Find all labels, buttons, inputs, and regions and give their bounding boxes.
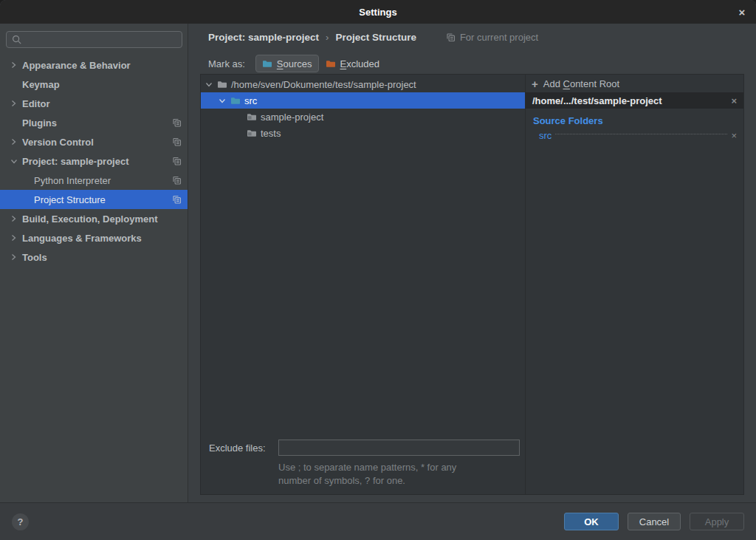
mark-as-toolbar: Mark as: Sources Excluded xyxy=(208,55,382,72)
scope-label: For current project xyxy=(460,32,538,43)
sidebar-item-label: Project Structure xyxy=(34,194,106,205)
mark-as-label: Mark as: xyxy=(208,58,245,69)
mark-excluded-button[interactable]: Excluded xyxy=(323,58,382,69)
chevron-right-icon xyxy=(10,215,22,222)
sidebar-item-label: Keymap xyxy=(22,79,60,90)
sidebar-item-label: Tools xyxy=(22,252,47,263)
sidebar-item-tools[interactable]: Tools xyxy=(0,247,188,267)
breadcrumb: Project: sample-project › Project Struct… xyxy=(208,27,538,47)
dotted-leader xyxy=(555,134,727,134)
sidebar-item-project-structure[interactable]: Project Structure xyxy=(0,190,188,209)
content-roots-panel: /home/sven/Dokumente/test/sample-project… xyxy=(200,74,744,495)
project-settings-icon xyxy=(446,33,456,42)
search-input[interactable] xyxy=(22,34,182,45)
settings-search[interactable] xyxy=(6,31,182,48)
sidebar-item-label: Build, Execution, Deployment xyxy=(22,213,157,225)
content-root-path: /home/.../test/sample-project xyxy=(532,95,662,106)
sidebar-item-project-sample-project[interactable]: Project: sample-project xyxy=(0,151,188,171)
settings-sidebar: Appearance & Behavior Keymap Editor Plug… xyxy=(0,24,188,502)
excluded-folder-icon xyxy=(326,59,336,68)
chevron-right-icon xyxy=(10,100,22,107)
exclude-files-input[interactable] xyxy=(278,440,520,456)
titlebar: Settings × xyxy=(0,0,756,24)
source-folder-icon xyxy=(262,59,272,68)
folder-icon xyxy=(217,80,227,89)
settings-content: Project: sample-project › Project Struct… xyxy=(188,24,756,502)
chevron-right-icon xyxy=(10,138,22,146)
help-button[interactable]: ? xyxy=(12,513,29,530)
tree-row-src[interactable]: src xyxy=(201,92,525,109)
plus-icon: + xyxy=(532,78,538,89)
dialog-body: Appearance & Behavior Keymap Editor Plug… xyxy=(0,24,756,502)
exclude-files-label: Exclude files: xyxy=(209,442,266,454)
chevron-right-icon xyxy=(10,61,22,69)
sidebar-item-languages-frameworks[interactable]: Languages & Frameworks xyxy=(0,228,188,247)
tree-row-sample-project[interactable]: sample-project xyxy=(201,109,525,125)
source-folder-item[interactable]: src × xyxy=(526,129,743,143)
sidebar-item-build-execution-deployment[interactable]: Build, Execution, Deployment xyxy=(0,209,188,228)
source-folders-heading: Source Folders xyxy=(533,115,743,126)
tree-node-label: tests xyxy=(261,128,281,139)
sidebar-item-label: Languages & Frameworks xyxy=(22,233,142,244)
sidebar-item-label: Version Control xyxy=(22,137,94,148)
window-title: Settings xyxy=(359,7,396,18)
sidebar-item-label: Project: sample-project xyxy=(22,156,129,167)
folder-icon xyxy=(247,129,257,137)
dialog-footer: ? OK Cancel Apply xyxy=(0,502,756,540)
tree-row-content-root[interactable]: /home/sven/Dokumente/test/sample-project xyxy=(201,76,525,92)
chevron-down-icon[interactable] xyxy=(205,81,217,88)
tree-node-label: src xyxy=(244,95,257,106)
breadcrumb-page: Project Structure xyxy=(335,32,416,43)
sidebar-item-keymap[interactable]: Keymap xyxy=(0,75,188,94)
breadcrumb-separator-icon: › xyxy=(326,32,329,43)
breadcrumb-project[interactable]: Project: sample-project xyxy=(208,32,319,43)
source-folder-name: src xyxy=(539,130,551,141)
remove-content-root-icon[interactable]: × xyxy=(731,96,737,106)
chevron-right-icon xyxy=(10,234,22,242)
scope-indicator: For current project xyxy=(446,32,538,43)
project-settings-icon xyxy=(172,118,182,128)
sidebar-item-appearance-behavior[interactable]: Appearance & Behavior xyxy=(0,55,188,75)
project-settings-icon xyxy=(172,157,182,166)
sidebar-item-python-interpreter[interactable]: Python Interpreter xyxy=(0,171,188,190)
chevron-right-icon xyxy=(10,253,22,261)
sidebar-item-editor[interactable]: Editor xyxy=(0,94,188,113)
settings-dialog: Settings × Appearance & Behavior Keym xyxy=(0,0,756,540)
close-icon[interactable]: × xyxy=(735,4,749,19)
folder-icon xyxy=(247,112,257,121)
sidebar-item-label: Editor xyxy=(22,98,50,109)
remove-source-folder-icon[interactable]: × xyxy=(731,131,737,140)
project-settings-icon xyxy=(172,176,182,185)
tree-node-label: /home/sven/Dokumente/test/sample-project xyxy=(231,79,416,90)
settings-nav: Appearance & Behavior Keymap Editor Plug… xyxy=(0,55,188,267)
tree-node-label: sample-project xyxy=(261,112,323,123)
project-settings-icon xyxy=(172,137,182,147)
chevron-down-icon xyxy=(10,158,22,165)
content-root-item[interactable]: /home/.../test/sample-project × xyxy=(526,92,743,109)
ok-button[interactable]: OK xyxy=(564,513,619,530)
sidebar-item-label: Python Interpreter xyxy=(34,175,111,186)
apply-button[interactable]: Apply xyxy=(690,513,744,530)
add-content-root-button[interactable]: + Add Content Root xyxy=(526,75,743,92)
content-root-pane: + Add Content Root /home/.../test/sample… xyxy=(526,75,743,494)
directory-tree-pane: /home/sven/Dokumente/test/sample-project… xyxy=(201,75,526,494)
source-folder-icon xyxy=(230,96,241,105)
tree-row-tests[interactable]: tests xyxy=(201,125,525,141)
exclude-files-row: Exclude files: xyxy=(201,440,525,456)
sidebar-item-label: Appearance & Behavior xyxy=(22,60,131,71)
cancel-button[interactable]: Cancel xyxy=(628,513,681,530)
search-icon xyxy=(12,35,22,45)
sidebar-item-version-control[interactable]: Version Control xyxy=(0,132,188,151)
sidebar-item-plugins[interactable]: Plugins xyxy=(0,113,188,132)
exclude-files-hint: Use ; to separate name patterns, * for a… xyxy=(201,461,525,488)
mark-sources-button[interactable]: Sources xyxy=(255,55,319,72)
directory-tree: /home/sven/Dokumente/test/sample-project… xyxy=(201,75,525,141)
chevron-down-icon[interactable] xyxy=(219,98,230,104)
project-settings-icon xyxy=(172,195,182,205)
sidebar-item-label: Plugins xyxy=(22,117,57,129)
